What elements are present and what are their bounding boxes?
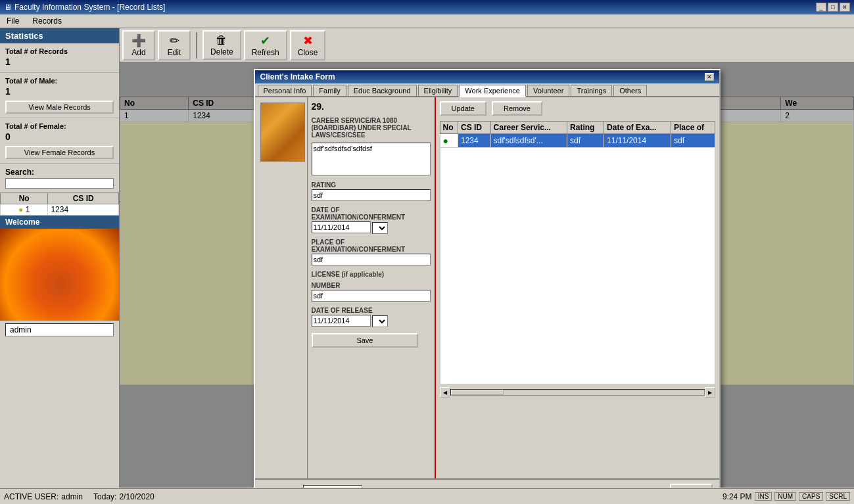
search-section: Search:: [0, 164, 119, 193]
scroll-left-btn[interactable]: ◀: [440, 387, 450, 398]
view-female-btn[interactable]: View Female Records: [5, 146, 114, 159]
total-records-label: Total # of Records: [5, 47, 114, 55]
grid-cell-place: sdf: [671, 134, 715, 148]
add-button[interactable]: ➕ Add: [122, 30, 155, 60]
photo-box: [260, 103, 305, 162]
tab-work-experience[interactable]: Work Experience: [459, 85, 526, 97]
tab-volunteer[interactable]: Volunteer: [527, 85, 569, 96]
toolbar: ➕ Add ✏ Edit 🗑 Delete ✔ Refresh ✖ Close: [120, 28, 854, 62]
eligibility-grid: No CS ID Career Servic... Rating Date of…: [440, 121, 715, 384]
number-label: NUMBER: [312, 282, 431, 289]
grid-cell-date: 11/11/2014: [604, 134, 671, 148]
sidebar-col-no: No: [1, 193, 48, 204]
date-exam-row: ▼: [312, 221, 431, 235]
delete-icon: 🗑: [216, 34, 227, 47]
date-release-input[interactable]: [312, 315, 371, 327]
number-input[interactable]: [312, 290, 431, 302]
grid-col-csid: CS ID: [458, 122, 490, 134]
total-male-section: Total # of Male: 1 View Male Records: [0, 73, 119, 118]
welcome-label: Welcome: [0, 216, 119, 229]
grid-col-career: Career Servic...: [490, 122, 567, 134]
remove-button[interactable]: Remove: [492, 101, 542, 116]
edit-button[interactable]: ✏ Edit: [158, 30, 191, 60]
edit-icon: ✏: [170, 34, 179, 48]
footer-close-button[interactable]: Close: [670, 484, 712, 488]
close-toolbar-button[interactable]: ✖ Close: [290, 30, 326, 60]
record-number-input[interactable]: [303, 485, 362, 488]
total-male-value: 1: [5, 86, 114, 97]
scroll-track: [450, 389, 705, 396]
record-label: Record #: [262, 487, 293, 488]
refresh-icon: ✔: [260, 34, 270, 48]
title-bar-controls[interactable]: _ □ ✕: [816, 3, 850, 12]
stats-title: Statistics: [0, 28, 119, 43]
tab-others[interactable]: Others: [613, 85, 647, 96]
sidebar: Statistics Total # of Records 1 Total # …: [0, 28, 120, 488]
grid-cell-rating: sdf: [567, 134, 604, 148]
grid-row-1[interactable]: ● 1 1234 sdf'sdfsdfsd'... sdf 11/11/2014…: [440, 134, 715, 148]
close-icon: ✖: [303, 34, 313, 48]
sidebar-cell-no: ● 1: [1, 204, 48, 216]
place-exam-input[interactable]: [312, 254, 431, 265]
grid-cell-csid: 1234: [458, 134, 490, 148]
date-exam-dropdown[interactable]: ▼: [372, 222, 388, 234]
dialog-footer: Record # 0000001 Close: [255, 478, 719, 488]
career-service-desc: CAREER SERVICE/RA 1080 (BOARD/BAR) UNDER…: [312, 116, 431, 140]
tab-personal-info[interactable]: Personal Info: [258, 85, 312, 96]
add-icon: ➕: [131, 34, 146, 48]
total-female-label: Total # of Female:: [5, 122, 114, 130]
rating-label: RATING: [312, 181, 431, 189]
tab-trainings[interactable]: Trainings: [571, 85, 612, 96]
minimize-btn[interactable]: _: [816, 3, 826, 12]
window-title: Faculty Information System - [Record Lis…: [14, 3, 165, 12]
search-input[interactable]: [5, 178, 114, 189]
scroll-right-btn[interactable]: ▶: [705, 387, 715, 398]
update-button[interactable]: Update: [440, 101, 486, 116]
career-service-textarea[interactable]: sdf'sdfsdfsd'sdfdsf: [312, 143, 431, 175]
save-button[interactable]: Save: [312, 333, 419, 348]
rating-input[interactable]: [312, 189, 431, 201]
refresh-button[interactable]: ✔ Refresh: [244, 30, 287, 60]
place-exam-label: PLACE OF EXAMINATION/CONFERMENT: [312, 239, 431, 253]
title-bar: 🖥 Faculty Information System - [Record L…: [0, 0, 854, 14]
date-exam-input[interactable]: [312, 221, 371, 233]
maximize-btn[interactable]: □: [828, 3, 838, 12]
dialog-title-bar: Client's Intake Form ✕: [255, 70, 719, 83]
total-records-section: Total # of Records 1: [0, 43, 119, 73]
row-dot-icon: ●: [443, 135, 448, 146]
menu-bar: File Records: [0, 14, 854, 28]
date-release-dropdown[interactable]: ▼: [372, 315, 388, 327]
record-display: 0000001: [412, 486, 443, 488]
update-remove-row: Update Remove: [440, 101, 715, 116]
form-number: 29.: [312, 101, 431, 112]
view-male-btn[interactable]: View Male Records: [5, 101, 114, 114]
admin-label: admin: [5, 323, 114, 336]
tab-educ-background[interactable]: Educ Background: [348, 85, 417, 96]
tab-family[interactable]: Family: [313, 85, 346, 96]
dialog-close-x[interactable]: ✕: [705, 73, 714, 81]
close-btn[interactable]: ✕: [840, 3, 850, 12]
sidebar-cell-csid: 1234: [48, 204, 119, 216]
grid-col-place: Place of: [671, 122, 715, 134]
delete-button[interactable]: 🗑 Delete: [202, 30, 241, 60]
date-release-row: ▼: [312, 315, 431, 328]
total-male-label: Total # of Male:: [5, 77, 114, 85]
dialog-body: 29. CAREER SERVICE/RA 1080 (BOARD/BAR) U…: [255, 97, 719, 478]
sidebar-image: [0, 229, 119, 321]
grid-cell-career: sdf'sdfsdfsd'...: [490, 134, 567, 148]
sidebar-row[interactable]: ● 1 1234: [1, 204, 119, 216]
toolbar-sep-1: [196, 32, 197, 58]
grid-col-no: No: [440, 122, 458, 134]
grid-col-date: Date of Exa...: [604, 122, 671, 134]
app-icon: 🖥: [4, 3, 12, 12]
tab-eligibility[interactable]: Eligibility: [418, 85, 458, 96]
menu-records[interactable]: Records: [30, 16, 64, 26]
scroll-thumb[interactable]: [451, 390, 504, 395]
date-exam-label: DATE OF EXAMINATION/CONFERMENT: [312, 206, 431, 221]
total-female-section: Total # of Female: 0 View Female Records: [0, 118, 119, 164]
license-label: LICENSE (if applicable): [312, 271, 431, 278]
grid-row-empty: [440, 148, 715, 384]
form-panel: 29. CAREER SERVICE/RA 1080 (BOARD/BAR) U…: [308, 97, 436, 478]
menu-file[interactable]: File: [4, 16, 22, 26]
grid-scrollbar[interactable]: ◀ ▶: [440, 387, 715, 398]
